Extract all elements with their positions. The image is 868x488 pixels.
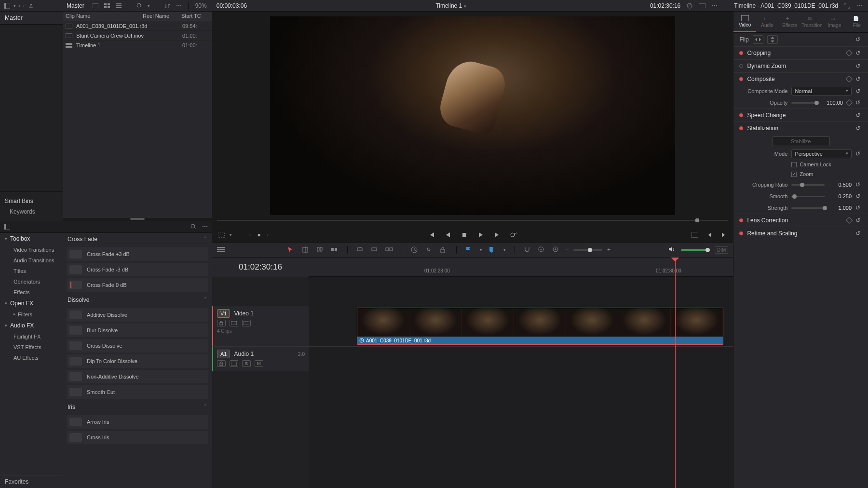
more-icon[interactable]: ⋯	[711, 2, 718, 9]
nav-fwd-icon[interactable]: ›	[23, 3, 25, 8]
loop-icon[interactable]	[509, 231, 518, 238]
first-frame-icon[interactable]	[427, 231, 436, 238]
dim-button[interactable]: DIM	[715, 246, 728, 254]
trim-tool-icon[interactable]	[316, 246, 324, 253]
expand-icon[interactable]	[844, 2, 851, 9]
reset-icon[interactable]: ↺	[855, 204, 862, 211]
dropdown-icon[interactable]: ▾	[14, 3, 16, 8]
timeline-ruler[interactable]: 01:02:28:00 01:02:30:00	[309, 258, 733, 277]
fx-item[interactable]: Non-Additive Dissolve	[67, 370, 208, 383]
marker-dropdown[interactable]: ▾	[503, 247, 506, 252]
tab-transition[interactable]: ⧉Transition	[801, 12, 823, 32]
nav-fairlight[interactable]: Fairlight FX	[0, 331, 63, 342]
search-icon[interactable]	[136, 2, 143, 9]
snap-icon[interactable]	[524, 246, 531, 253]
favorites-header[interactable]: Favorites	[0, 475, 63, 488]
jog-bar[interactable]	[212, 220, 733, 228]
keyframe-icon[interactable]	[846, 99, 853, 106]
composite-mode-select[interactable]: Normal▾	[791, 87, 852, 95]
reset-icon[interactable]: ↺	[855, 150, 862, 157]
opacity-slider[interactable]	[791, 102, 816, 104]
fx-item[interactable]: Additive Dissolve	[67, 308, 208, 322]
section-speed-change[interactable]: Speed Change↺	[733, 109, 868, 122]
match-frame-icon[interactable]	[691, 231, 699, 238]
group-dissolve[interactable]: Dissolve⌃	[63, 294, 212, 306]
col-reel[interactable]: Reel Name	[140, 12, 178, 21]
view-list-icon[interactable]	[115, 2, 122, 9]
master-bin[interactable]: Master	[0, 12, 63, 25]
sort-icon[interactable]	[164, 2, 171, 9]
nav-back-icon[interactable]: ‹	[19, 3, 20, 8]
viewer-zoom[interactable]: 90%	[190, 2, 212, 9]
camera-lock-checkbox[interactable]: Camera Lock	[733, 160, 868, 169]
video-track[interactable]: A001_C039_0101DE_001.r3d	[309, 306, 733, 346]
zoom-out-icon[interactable]	[538, 246, 546, 253]
stab-mode-select[interactable]: Perspective▾	[791, 149, 852, 158]
lock-icon[interactable]	[217, 360, 226, 367]
track-badge[interactable]: A1	[217, 350, 230, 358]
nav-generators[interactable]: Generators	[0, 276, 63, 287]
auto-select-icon[interactable]	[230, 360, 238, 367]
blade-tool-icon[interactable]	[302, 246, 310, 253]
more-icon[interactable]: ⋯	[176, 2, 182, 9]
keyframe-icon[interactable]	[846, 50, 853, 56]
nav-video-transitions[interactable]: Video Transitions	[0, 244, 63, 255]
prev-viewer-icon[interactable]: ‹	[249, 232, 251, 237]
section-lens-correction[interactable]: Lens Correction↺	[733, 214, 868, 227]
stabilize-button[interactable]: Stabilize	[772, 136, 830, 146]
nav-au[interactable]: AU Effects	[0, 352, 63, 363]
section-cropping[interactable]: Cropping↺	[733, 47, 868, 59]
col-clipname[interactable]: Clip Name	[63, 12, 140, 21]
reset-icon[interactable]: ↺	[855, 63, 862, 69]
replace-icon[interactable]	[371, 246, 379, 253]
tab-image[interactable]: ▭Image	[823, 12, 845, 32]
nav-effects[interactable]: Effects	[0, 287, 63, 298]
reset-icon[interactable]: ↺	[855, 36, 862, 43]
import-icon[interactable]	[27, 2, 34, 9]
volume-slider[interactable]	[681, 249, 710, 251]
nav-filters[interactable]: ▸Filters	[0, 309, 63, 320]
fx-item[interactable]: Blur Dissolve	[67, 324, 208, 337]
reset-icon[interactable]: ↺	[855, 88, 862, 95]
overlay-icon[interactable]	[217, 231, 226, 238]
play-reverse-icon[interactable]	[444, 231, 452, 238]
in-icon[interactable]	[705, 231, 714, 238]
search-icon[interactable]	[190, 223, 197, 230]
flip-h-icon[interactable]	[753, 35, 763, 44]
last-frame-icon[interactable]	[493, 231, 502, 238]
disable-icon[interactable]	[242, 320, 251, 326]
fx-item[interactable]: Cross Fade +3 dB	[67, 247, 208, 261]
marker-icon[interactable]	[489, 246, 497, 253]
tab-file[interactable]: 📄File	[846, 12, 868, 32]
fit-icon[interactable]	[385, 246, 393, 253]
fx-item[interactable]: Smooth Cut	[67, 385, 208, 399]
audio-track-header[interactable]: A1 Audio 1 2.0 S M	[212, 346, 309, 371]
fx-item[interactable]: Arrow Iris	[67, 415, 208, 429]
tab-effects[interactable]: ✦Effects	[778, 12, 800, 32]
overwrite-icon[interactable]	[356, 246, 364, 253]
reset-icon[interactable]: ↺	[855, 50, 862, 56]
nav-openfx[interactable]: ▾Open FX	[0, 298, 63, 309]
zoom-checkbox[interactable]: ✓Zoom	[733, 169, 868, 179]
fx-item[interactable]: Cross Iris	[67, 431, 208, 444]
video-clip[interactable]: A001_C039_0101DE_001.r3d	[357, 308, 723, 345]
reset-icon[interactable]: ↺	[855, 99, 862, 106]
track-badge[interactable]: V1	[217, 309, 230, 318]
fx-item[interactable]: Cross Fade 0 dB	[67, 278, 208, 292]
speaker-icon[interactable]	[668, 246, 676, 253]
reset-icon[interactable]: ↺	[855, 193, 862, 200]
media-row[interactable]: Stunt Camera Crew DJI.mov 01:00:	[63, 31, 212, 41]
insert-icon[interactable]	[331, 246, 339, 253]
strength-slider[interactable]	[791, 207, 825, 209]
retime-icon[interactable]	[411, 246, 419, 253]
solo-button[interactable]: S	[242, 360, 251, 367]
viewer-title[interactable]: Timeline 1 ▾	[252, 2, 650, 9]
view-grid-icon[interactable]	[104, 2, 110, 9]
cropping-ratio-slider[interactable]	[791, 184, 825, 186]
out-icon[interactable]	[719, 231, 728, 238]
tab-video[interactable]: Video	[733, 12, 756, 32]
viewer-mode-icon[interactable]: ●	[255, 231, 263, 238]
smooth-slider[interactable]	[791, 196, 825, 197]
lock-icon[interactable]	[217, 320, 226, 326]
section-stabilization[interactable]: Stabilization↺	[733, 122, 868, 135]
